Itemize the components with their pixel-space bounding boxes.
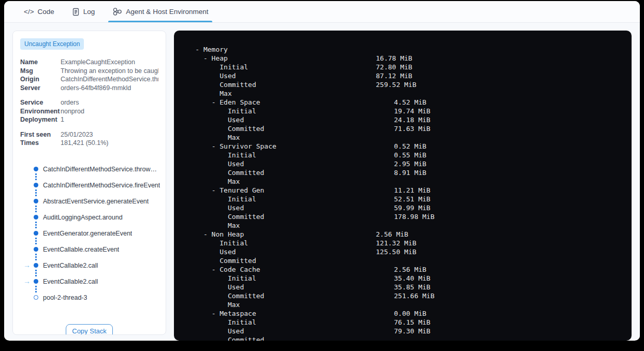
terminal-line: Initial 2.56 MiB (174, 230, 632, 239)
content-area: Uncaught Exception Name ExampleCaughtExc… (4, 23, 640, 340)
stack-frame-dot-icon (34, 199, 38, 203)
stack-frame-item[interactable]: → AuditLoggingAspect.around (13, 213, 160, 229)
field-group: Name ExampleCaughtException Msg Throwing… (20, 58, 158, 92)
terminal-line-value: 121.32 MiB (376, 239, 416, 247)
exception-details-panel: Uncaught Exception Name ExampleCaughtExc… (12, 31, 166, 335)
terminal-line: - Compressed Class Space (174, 335, 632, 341)
field-row: First seen 25/01/2023 (20, 130, 158, 139)
tab-label: Log (83, 8, 95, 16)
field-label: Msg (20, 67, 61, 76)
field-value: ExampleCaughtException (61, 58, 158, 67)
terminal-line: Max 178.98 MiB (174, 212, 632, 221)
terminal-line: Used 0.55 MiB (174, 151, 632, 159)
terminal-line-value: 52.51 MiB (394, 195, 430, 203)
terminal-line: Committed 59.99 MiB (174, 203, 632, 212)
terminal-line: - Tenured Gen (174, 177, 632, 186)
terminal-line-value: 2.56 MiB (394, 265, 427, 274)
field-row: Service orders (20, 98, 158, 107)
field-label: Deployment (20, 115, 61, 124)
terminal-line-value: 4.52 MiB (394, 98, 427, 107)
terminal-line-value: 2.95 MiB (394, 159, 427, 168)
terminal-line-value: 2.56 MiB (376, 230, 408, 239)
terminal-line: Max 71.63 MiB (174, 124, 632, 133)
terminal-line-value: 259.52 MiB (376, 80, 416, 89)
terminal-line: - Eden Space (174, 89, 632, 98)
terminal-line-value: 76.15 MiB (394, 318, 430, 327)
current-frame-arrow-icon: → (23, 261, 31, 269)
field-label: Times (20, 139, 61, 148)
field-row: Msg Throwing an exception to be caught b… (20, 67, 158, 76)
tab-label: Code (38, 8, 54, 16)
stack-frame-label: CatchInDifferentMethodService.fireEvent (43, 181, 160, 189)
field-value: 1 (61, 115, 158, 124)
field-group: First seen 25/01/2023 Times 181,421 (50.… (20, 130, 158, 148)
terminal-line: Committed 2.95 MiB (174, 159, 632, 168)
field-value: Throwing an exception to be caught by a … (61, 67, 158, 76)
stack-frame-dot-icon (34, 279, 38, 284)
tab-code[interactable]: </> Code (23, 1, 55, 22)
field-label: Server (20, 84, 61, 93)
stack-frame-dot-icon (34, 247, 38, 252)
terminal-line: Initial 11.21 MiB (174, 186, 632, 195)
stack-trace-list: → CatchInDifferentMethodService.throwEx.… (13, 158, 166, 314)
terminal-line-value: 35.85 MiB (394, 283, 430, 291)
field-row: Deployment 1 (20, 115, 158, 124)
tab-agent-host-environment[interactable]: Agent & Host Environment (111, 1, 209, 22)
terminal-line: Used 19.74 MiB (174, 107, 632, 115)
stack-frame-item[interactable]: → EventCallable.createEvent (13, 245, 160, 261)
stack-frame-dot-icon (34, 215, 38, 220)
stack-frame-label: EventCallable2.call (43, 277, 98, 285)
terminal-line-value: 11.21 MiB (394, 186, 430, 195)
field-row: Server orders-64fb4f869-mmkld (20, 84, 158, 93)
stack-frame-item[interactable]: → CatchInDifferentMethodService.fireEven… (13, 181, 160, 197)
terminal-line-value: 72.80 MiB (376, 63, 412, 71)
stack-frame-label: AbstractEventService.generateEvent (43, 197, 149, 205)
tab-bar: </> Code Log Agent & Host Environment (4, 1, 640, 23)
terminal-line: Used 35.40 MiB (174, 274, 632, 283)
terminal-line: Used 72.80 MiB (174, 63, 632, 71)
stack-frame-label: AuditLoggingAspect.around (43, 213, 123, 221)
stack-frame-label: EventCallable2.call (43, 261, 98, 269)
terminal-line: Committed 24.18 MiB (174, 115, 632, 124)
stack-frame-item[interactable]: → EventCallable2.call (13, 277, 160, 294)
terminal-line: Initial 16.78 MiB (174, 54, 632, 63)
terminal-line: - Memory (174, 36, 632, 45)
field-row: Name ExampleCaughtException (20, 58, 158, 67)
terminal-line: Used 52.51 MiB (174, 195, 632, 203)
terminal-line-value: 19.74 MiB (394, 107, 430, 115)
terminal-line: - Heap (174, 45, 632, 54)
terminal-line-value: 79.30 MiB (394, 327, 430, 335)
button-row: Copy Stack (13, 318, 166, 335)
copy-stack-button[interactable]: Copy Stack (66, 324, 112, 335)
stack-frame-label: EventGenerator.generateEvent (43, 229, 132, 237)
terminal-line-value: 0.55 MiB (394, 151, 427, 159)
stack-frame-dot-icon (34, 295, 38, 300)
terminal-line: Initial 4.52 MiB (174, 98, 632, 107)
stack-frame-item[interactable]: → EventGenerator.generateEvent (13, 229, 160, 245)
field-label: Origin (20, 75, 61, 84)
terminal-line: Initial 0.00 MiB (174, 309, 632, 318)
agent-environment-icon (112, 7, 122, 16)
field-label: Service (20, 98, 61, 107)
terminal-line-value: 24.18 MiB (394, 115, 430, 124)
field-value: nonprod (61, 107, 158, 116)
terminal-line: - Code Cache (174, 256, 632, 265)
terminal-line-value: 125.50 MiB (376, 247, 416, 256)
memory-stats-terminal[interactable]: - Memory - Heap Initial 16.78 MiB Used 7… (174, 31, 632, 341)
stack-frame-item[interactable]: → AbstractEventService.generateEvent (13, 197, 160, 213)
terminal-line: Used 76.15 MiB (174, 318, 632, 327)
field-row: Environment nonprod (20, 107, 158, 116)
stack-frame-dot-icon (34, 167, 38, 171)
tab-log[interactable]: Log (71, 1, 96, 22)
field-value: orders (61, 98, 158, 107)
stack-frame-item[interactable]: → CatchInDifferentMethodService.throwEx.… (13, 165, 160, 181)
stack-frame-item[interactable]: → pool-2-thread-3 (13, 294, 160, 310)
code-icon: </> (24, 8, 34, 16)
field-value: orders-64fb4f869-mmkld (61, 84, 158, 93)
stack-frame-label: EventCallable.createEvent (43, 245, 119, 253)
terminal-line: Max 251.66 MiB (174, 291, 632, 300)
terminal-line-value: 8.91 MiB (394, 168, 427, 177)
stack-frame-dot-icon (34, 231, 38, 236)
terminal-line: Used 121.32 MiB (174, 239, 632, 247)
stack-frame-item[interactable]: → EventCallable2.call (13, 261, 160, 277)
